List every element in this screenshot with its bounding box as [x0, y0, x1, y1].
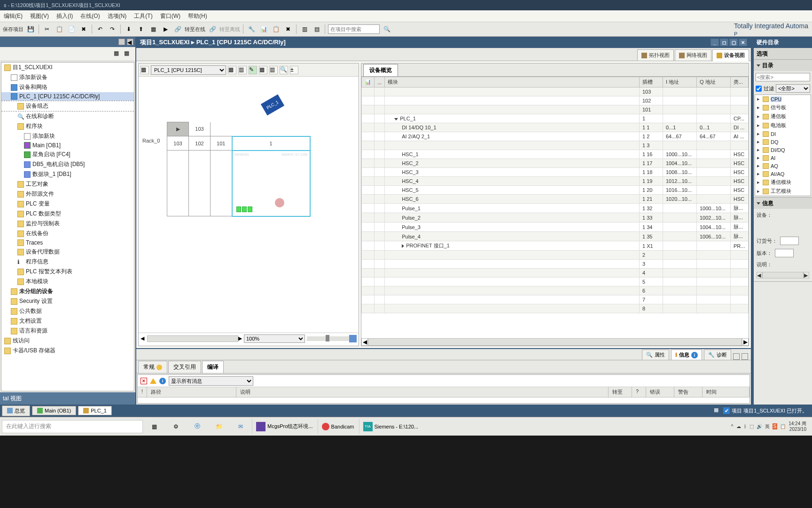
tree-device-config[interactable]: 设备组态: [1, 101, 134, 111]
tree-ext-sources[interactable]: 外部源文件: [1, 189, 134, 199]
overview-icon[interactable]: [349, 335, 357, 342]
tree-fc4[interactable]: 星角启动 [FC4]: [1, 150, 134, 159]
col-type[interactable]: 类...: [731, 77, 749, 87]
restore-button[interactable]: ◻: [720, 39, 728, 46]
onedrive-icon[interactable]: ☁: [736, 424, 741, 429]
tree-local-modules[interactable]: 本地模块: [1, 277, 134, 286]
tray-up-icon[interactable]: ^: [731, 424, 734, 429]
tree-languages[interactable]: 语言和资源: [1, 326, 134, 336]
filter-checkbox[interactable]: [756, 86, 762, 92]
paste-icon[interactable]: 📄: [66, 24, 77, 34]
zoom-slider[interactable]: [307, 336, 349, 341]
upload-icon[interactable]: ⬆: [136, 24, 146, 34]
tree-common-data[interactable]: 公共数据: [1, 306, 134, 316]
error-icon[interactable]: ✕: [141, 378, 147, 384]
overview-row[interactable]: PROFINET 接口_11 X1PR...: [362, 241, 749, 251]
tree-watch-tables[interactable]: 监控与强制表: [1, 219, 134, 229]
catalog-item[interactable]: ▸通信板: [755, 112, 811, 121]
col-path[interactable]: 路径: [147, 387, 236, 397]
info-section[interactable]: 信息: [754, 198, 812, 209]
overview-row[interactable]: HSC_41 191012...10...HSC: [362, 177, 749, 186]
zoom-fit-icon[interactable]: ±: [290, 66, 298, 74]
ime-icon[interactable]: 英: [765, 423, 770, 430]
search-go-icon[interactable]: 🔍: [382, 24, 392, 34]
message-filter[interactable]: 显示所有消息: [169, 376, 253, 386]
cut-icon[interactable]: ✂: [42, 24, 52, 34]
tray-icon[interactable]: 📋: [780, 424, 786, 429]
copy-icon[interactable]: 📋: [54, 24, 64, 34]
catalog-item[interactable]: ▸DQ: [755, 138, 811, 146]
catalog-item[interactable]: ▸DI: [755, 130, 811, 138]
tree-line-access[interactable]: 线访问: [1, 336, 134, 346]
tab-network[interactable]: 网络视图: [675, 49, 711, 61]
device-selector[interactable]: PLC_1 [CPU 1215C]: [151, 65, 226, 75]
edge-icon[interactable]: ⓔ: [187, 419, 208, 434]
taskbar-clock[interactable]: 14:24 周 2023/10: [789, 421, 806, 432]
catalog-item[interactable]: ▸AQ: [755, 162, 811, 170]
tree-devices-networks[interactable]: 设备和网络: [1, 82, 134, 92]
tool-icon[interactable]: 📊: [258, 24, 269, 34]
tree-ungrouped[interactable]: 未分组的设备: [1, 286, 134, 296]
start-icon[interactable]: ▶: [160, 24, 171, 34]
compile-icon[interactable]: ▦: [148, 24, 158, 34]
split-h-icon[interactable]: ▥: [299, 24, 310, 34]
tree-usb-storage[interactable]: 卡器/USB 存储器: [1, 346, 134, 356]
version-input[interactable]: [775, 249, 794, 257]
col-slot[interactable]: 插槽: [640, 77, 663, 87]
overview-row[interactable]: PLC_11CP...: [362, 114, 749, 123]
tree-program-info[interactable]: ℹ程序信息: [1, 257, 134, 267]
connect-icon[interactable]: 🔗: [172, 24, 183, 34]
subtab-compile[interactable]: 编译: [202, 361, 224, 373]
hscroll[interactable]: ◀▶: [757, 272, 809, 278]
close-button[interactable]: ✕: [739, 39, 747, 46]
catalog-item[interactable]: ▸CPU: [755, 95, 811, 103]
panel-min-icon[interactable]: [733, 353, 740, 360]
tree-add-block[interactable]: 添加新块: [1, 131, 134, 141]
tray-icon[interactable]: ⬚: [750, 424, 754, 429]
overview-row[interactable]: Pulse_11 321000...10...脉...: [362, 204, 749, 213]
overview-row[interactable]: DI 14/DQ 10_11 10...10...1DI ...: [362, 123, 749, 132]
tool-icon[interactable]: 🔧: [246, 24, 257, 34]
editor-tab-plc1[interactable]: PLC_1: [78, 406, 112, 415]
tab-topology[interactable]: 拓扑视图: [637, 49, 674, 61]
download-icon[interactable]: ⬇: [124, 24, 134, 34]
col-desc[interactable]: 说明: [236, 387, 609, 397]
subtab-general[interactable]: 常规: [138, 361, 167, 373]
zoom-icon[interactable]: 🔍: [280, 66, 288, 74]
rack-tool-icon[interactable]: ▥: [269, 66, 278, 74]
scrollbar[interactable]: ▶: [238, 335, 242, 341]
tree-db5[interactable]: DB5_电机启动 [DB5]: [1, 159, 134, 169]
save-icon[interactable]: 💾: [25, 24, 36, 34]
slot-nav-arrow[interactable]: ▶: [167, 122, 189, 136]
tool-icon[interactable]: 📋: [271, 24, 281, 34]
menu-options[interactable]: 选项(N): [108, 12, 127, 20]
prev-icon[interactable]: ◀: [127, 39, 133, 45]
overview-row[interactable]: 7: [362, 295, 749, 304]
rack-canvas[interactable]: PLC_1 Rack_0 ▶ 103 103 102 101 1: [139, 77, 359, 333]
editor-tab-overview[interactable]: 总览: [2, 405, 30, 416]
overview-row[interactable]: 103: [362, 87, 749, 96]
tree-doc-settings[interactable]: 文档设置: [1, 316, 134, 326]
menu-tools[interactable]: 工具(T): [134, 12, 152, 20]
tree-program-blocks[interactable]: 程序块: [1, 121, 134, 131]
cpu-module[interactable]: SIEMENS SIMATIC S7-1200: [232, 151, 310, 216]
overview-row[interactable]: 4: [362, 269, 749, 278]
tree-plc1[interactable]: PLC_1 [CPU 1215C AC/DC/Rly]: [1, 92, 134, 101]
overview-row[interactable]: HSC_51 201016...10...HSC: [362, 186, 749, 195]
overview-row[interactable]: HSC_31 181008...10...HSC: [362, 168, 749, 177]
tree-tech-objects[interactable]: 工艺对象: [1, 179, 134, 189]
catalog-section[interactable]: 目录: [754, 60, 812, 71]
overview-row[interactable]: AI 2/AQ 2_11 264...6764...67AI ...: [362, 132, 749, 141]
menu-help[interactable]: 帮助(H): [188, 12, 207, 20]
tree-tool-icon[interactable]: ▦: [114, 50, 122, 58]
col-time[interactable]: 时间: [703, 387, 750, 397]
col-iaddr[interactable]: I 地址: [663, 77, 697, 87]
h-scrollbar[interactable]: [147, 335, 238, 342]
save-project-label[interactable]: 保存项目: [3, 26, 23, 33]
tree-proxy-data[interactable]: 设备代理数据: [1, 247, 134, 257]
panel-max-icon[interactable]: [742, 353, 748, 360]
tree-security[interactable]: Security 设置: [1, 296, 134, 306]
options-section[interactable]: 选项: [754, 48, 812, 59]
plc-label-badge[interactable]: PLC_1: [261, 94, 284, 115]
bluetooth-icon[interactable]: ᛒ: [744, 424, 747, 429]
